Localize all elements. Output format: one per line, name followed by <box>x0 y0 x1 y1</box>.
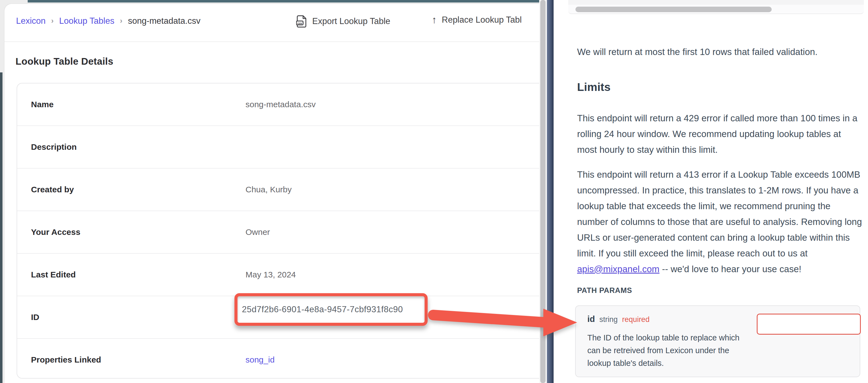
path-params-heading: PATH PARAMS <box>577 286 632 295</box>
table-row-last-edited: Last Edited May 13, 2024 <box>17 253 539 296</box>
code-block-edge <box>568 0 864 5</box>
horizontal-scrollbar[interactable] <box>568 5 864 14</box>
limits-heading: Limits <box>577 81 611 94</box>
docs-panel: We will return at most the first 10 rows… <box>554 0 868 383</box>
row-value: Owner <box>246 228 270 237</box>
table-row-your-access: Your Access Owner <box>17 211 539 253</box>
breadcrumb-separator: › <box>51 16 54 25</box>
panel-divider-strip <box>547 0 554 383</box>
table-row-id: ID 25d7f2b6-6901-4e8a-9457-7cbf931f8c90 <box>17 296 539 338</box>
row-value: Chua, Kurby <box>246 185 292 194</box>
id-annotation-highlight-box: 25d7f2b6-6901-4e8a-9457-7cbf931f8c90 <box>235 293 428 326</box>
replace-lookup-table-button[interactable]: ↑ Replace Lookup Tabl <box>432 15 522 25</box>
breadcrumb: Lexicon › Lookup Tables › song-metadata.… <box>16 16 200 26</box>
csv-file-icon: csv <box>296 15 307 28</box>
param-description: The ID of the lookup table to replace wh… <box>587 331 748 370</box>
header-divider <box>4 41 539 42</box>
replace-button-label: Replace Lookup Tabl <box>442 15 522 25</box>
table-row-created-by: Created by Chua, Kurby <box>17 168 539 211</box>
vertical-scrollbar[interactable] <box>539 0 547 383</box>
row-label: ID <box>31 313 39 322</box>
page-header: Lexicon › Lookup Tables › song-metadata.… <box>4 4 539 41</box>
row-label: Description <box>31 142 77 152</box>
vertical-scrollbar-thumb[interactable] <box>540 0 546 383</box>
paragraph-text: This endpoint will return a 413 error if… <box>577 169 862 258</box>
param-name: id <box>587 314 595 324</box>
export-lookup-table-button[interactable]: csv Export Lookup Table <box>296 15 390 28</box>
lookup-table-details-card: Name song-metadata.csv Description Creat… <box>17 83 539 379</box>
export-button-label: Export Lookup Table <box>312 16 390 26</box>
row-label: Last Edited <box>31 270 76 279</box>
horizontal-scrollbar-thumb[interactable] <box>576 7 772 12</box>
page-title: Lookup Table Details <box>16 56 113 67</box>
upload-arrow-icon: ↑ <box>432 15 437 25</box>
row-label: Properties Linked <box>31 355 101 364</box>
row-label: Name <box>31 100 54 109</box>
row-label: Your Access <box>31 228 80 237</box>
mixpanel-screenshot-region: Lexicon › Lookup Tables › song-metadata.… <box>0 0 539 383</box>
breadcrumb-separator: › <box>120 16 122 25</box>
paragraph-text: -- we'd love to hear your use case! <box>659 264 802 274</box>
limits-paragraph-413: This endpoint will return a 413 error if… <box>577 167 863 277</box>
row-value: song-metadata.csv <box>246 100 315 109</box>
row-label: Created by <box>31 185 74 194</box>
lookup-table-id-value: 25d7f2b6-6901-4e8a-9457-7cbf931f8c90 <box>238 305 403 314</box>
window-frame-top <box>28 0 539 2</box>
breadcrumb-current-file: song-metadata.csv <box>128 16 200 26</box>
param-title-row: id string required <box>587 314 650 324</box>
window-frame-left-edge <box>0 72 2 383</box>
breadcrumb-lexicon[interactable]: Lexicon <box>16 16 46 26</box>
mixpanel-email-link[interactable]: apis@mixpanel.com <box>577 264 659 274</box>
table-row-name: Name song-metadata.csv <box>17 83 539 126</box>
svg-text:csv: csv <box>298 22 302 25</box>
table-row-properties-linked: Properties Linked song_id <box>17 338 539 381</box>
table-row-description: Description <box>17 126 539 168</box>
id-param-input[interactable] <box>757 314 861 335</box>
breadcrumb-lookup-tables[interactable]: Lookup Tables <box>59 16 114 26</box>
linked-property-link[interactable]: song_id <box>246 355 275 364</box>
id-param-card: id string required The ID of the lookup … <box>575 305 860 377</box>
row-value: May 13, 2024 <box>246 270 296 279</box>
limits-paragraph-429: This endpoint will return a 429 error if… <box>577 110 863 158</box>
intro-paragraph: We will return at most the first 10 rows… <box>577 44 863 60</box>
lookup-table-page: Lexicon › Lookup Tables › song-metadata.… <box>4 4 539 383</box>
param-type: string <box>599 315 618 324</box>
param-required-badge: required <box>622 315 650 324</box>
